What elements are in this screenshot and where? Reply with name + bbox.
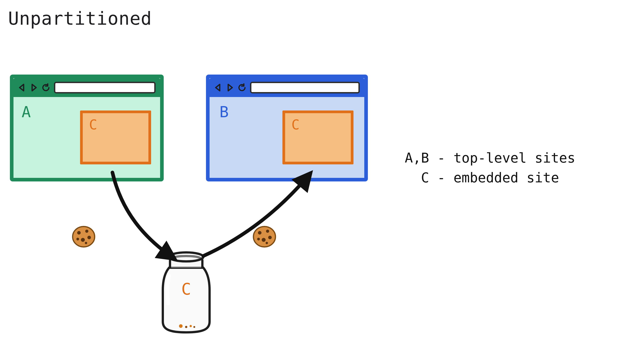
address-bar-b [250,82,360,93]
iframe-c-in-a: C [80,111,151,164]
nav-back-icon [18,84,26,92]
svg-point-7 [254,227,276,247]
browser-window-a: A C [10,75,164,181]
svg-point-8 [258,231,262,235]
nav-forward-icon [30,84,38,92]
address-bar-a [54,82,156,93]
nav-back-icon [214,84,222,92]
svg-point-12 [257,238,260,240]
cookie-icon [252,224,277,249]
svg-point-16 [185,326,187,328]
jar-label: C [181,280,191,298]
legend-text: A,B - top-level sites C - embedded site [405,148,576,187]
browser-chrome-b [210,78,364,97]
svg-point-13 [266,242,268,244]
nav-reload-icon [41,83,50,92]
svg-point-14 [169,252,203,261]
nav-reload-icon [238,83,246,92]
iframe-c-in-a-label: C [89,117,97,133]
svg-point-15 [179,324,182,328]
site-a-label: A [22,104,31,120]
svg-point-9 [266,230,269,233]
browser-chrome-a [14,78,160,97]
diagram-title: Unpartitioned [8,8,152,29]
arrow-a-to-jar [112,173,174,259]
nav-forward-icon [226,84,234,92]
cookie-icon [71,224,96,249]
svg-point-18 [194,326,195,328]
site-b-label: B [220,104,229,120]
svg-point-11 [262,238,266,242]
svg-point-6 [85,242,87,244]
svg-point-5 [76,238,79,240]
cookie-jar-icon: C [156,250,216,334]
svg-point-2 [85,230,88,233]
browser-window-b: B C [206,75,368,181]
svg-point-0 [73,227,95,247]
svg-point-10 [268,236,272,239]
svg-point-3 [88,236,91,239]
svg-point-4 [81,238,85,242]
iframe-c-in-b-label: C [292,117,300,133]
svg-point-1 [77,231,81,235]
svg-point-17 [190,325,192,327]
iframe-c-in-b: C [282,111,354,164]
